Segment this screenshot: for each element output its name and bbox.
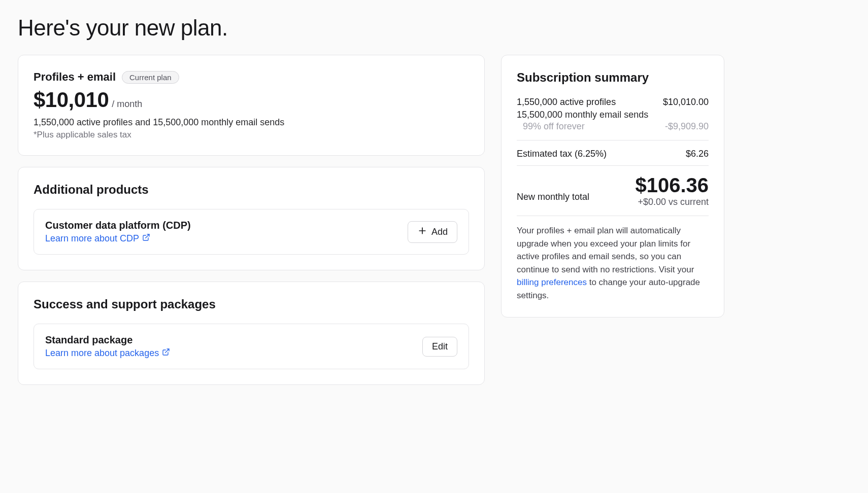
divider: [517, 216, 709, 216]
svg-line-0: [146, 234, 149, 238]
summary-total-amount: $106.36: [635, 174, 709, 197]
plan-card: Profiles + email Current plan $10,010 / …: [18, 55, 485, 156]
additional-products-card: Additional products Customer data platfo…: [18, 167, 485, 270]
support-packages-title: Success and support packages: [34, 297, 469, 311]
summary-title: Subscription summary: [517, 71, 709, 85]
subscription-summary-card: Subscription summary 1,550,000 active pr…: [501, 55, 724, 318]
standard-package-item: Standard package Learn more about packag…: [34, 324, 469, 369]
summary-footer-text: Your profiles + email plan will automati…: [517, 224, 709, 302]
edit-button-label: Edit: [432, 341, 448, 352]
packages-learn-more-text: Learn more about packages: [45, 348, 159, 359]
summary-total-label: New monthly total: [517, 192, 589, 207]
plan-name: Profiles + email: [34, 71, 116, 84]
plan-price-suffix: / month: [112, 99, 142, 110]
summary-total-delta: +$0.00 vs current: [635, 197, 709, 207]
summary-tax-amount: $6.26: [686, 149, 709, 159]
standard-package-title: Standard package: [45, 334, 170, 346]
cdp-title: Customer data platform (CDP): [45, 220, 191, 231]
packages-learn-more-link[interactable]: Learn more about packages: [45, 348, 170, 359]
summary-profiles-amount: $10,010.00: [663, 97, 709, 108]
edit-package-button[interactable]: Edit: [422, 337, 457, 357]
plan-price-row: $10,010 / month: [34, 88, 469, 112]
standard-package-left: Standard package Learn more about packag…: [45, 334, 170, 359]
svg-line-3: [165, 349, 169, 353]
summary-discount-amount: -$9,909.90: [665, 121, 709, 132]
summary-footer-pre: Your profiles + email plan will automati…: [517, 226, 694, 274]
external-link-icon: [142, 233, 150, 244]
plan-header: Profiles + email Current plan: [34, 71, 469, 84]
cdp-learn-more-text: Learn more about CDP: [45, 233, 139, 244]
plan-note: *Plus applicable sales tax: [34, 130, 469, 140]
summary-discount-label: 99% off forever: [523, 121, 585, 132]
add-button-label: Add: [431, 227, 448, 237]
additional-products-title: Additional products: [34, 183, 469, 197]
cdp-learn-more-link[interactable]: Learn more about CDP: [45, 233, 191, 244]
layout: Profiles + email Current plan $10,010 / …: [18, 55, 850, 396]
plan-description: 1,550,000 active profiles and 15,500,000…: [34, 117, 469, 128]
summary-discount-row: 99% off forever -$9,909.90: [517, 121, 709, 132]
summary-tax-row: Estimated tax (6.25%) $6.26: [517, 149, 709, 159]
summary-profiles-row: 1,550,000 active profiles $10,010.00: [517, 97, 709, 108]
right-column: Subscription summary 1,550,000 active pr…: [501, 55, 724, 329]
summary-profiles-label: 1,550,000 active profiles: [517, 97, 616, 108]
cdp-item-left: Customer data platform (CDP) Learn more …: [45, 220, 191, 244]
plan-price: $10,010: [34, 88, 109, 112]
page-title: Here's your new plan.: [18, 15, 850, 41]
summary-total-row: New monthly total $106.36 +$0.00 vs curr…: [517, 174, 709, 207]
current-plan-badge: Current plan: [122, 71, 179, 84]
plus-icon: [417, 226, 427, 238]
external-link-icon: [162, 348, 170, 359]
divider: [517, 140, 709, 140]
divider: [517, 165, 709, 166]
support-packages-card: Success and support packages Standard pa…: [18, 281, 485, 385]
left-column: Profiles + email Current plan $10,010 / …: [18, 55, 485, 396]
add-cdp-button[interactable]: Add: [408, 221, 457, 243]
summary-total-right: $106.36 +$0.00 vs current: [635, 174, 709, 207]
cdp-item: Customer data platform (CDP) Learn more …: [34, 209, 469, 255]
summary-tax-label: Estimated tax (6.25%): [517, 149, 607, 159]
summary-sends-label: 15,500,000 monthly email sends: [517, 110, 709, 120]
billing-preferences-link[interactable]: billing preferences: [517, 277, 587, 287]
